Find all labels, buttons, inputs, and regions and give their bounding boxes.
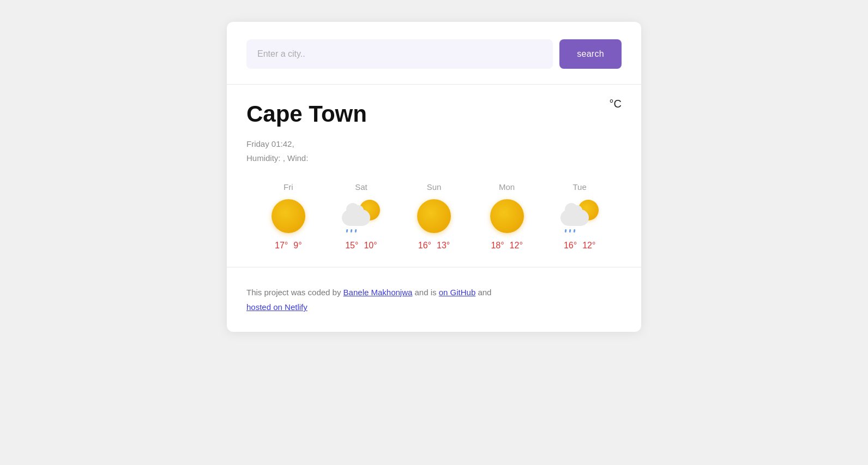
temp-low-mon: 12° [510, 241, 523, 251]
weather-icon-sat [342, 197, 380, 235]
rain-drops-tue [565, 229, 575, 233]
day-label-tue: Tue [573, 182, 587, 192]
day-label-mon: Mon [499, 182, 515, 192]
weather-icon-tue [560, 197, 599, 235]
temps-sat: 15° 10° [345, 241, 377, 251]
partly-cloudy-rain-icon-sat [342, 200, 380, 233]
forecast-day-sat: Sat 15° 10° [325, 182, 398, 251]
rain-drop [346, 229, 348, 233]
city-search-input[interactable] [246, 39, 553, 69]
forecast-grid: Fri 17° 9° Sat [246, 182, 622, 251]
temp-high-fri: 17° [275, 241, 288, 251]
temp-low-tue: 12° [582, 241, 595, 251]
cloud-tue [560, 210, 589, 226]
weather-meta: Friday 01:42, Humidity: , Wind: [246, 137, 622, 165]
temp-high-mon: 18° [491, 241, 504, 251]
rain-drop [565, 229, 567, 233]
search-button[interactable]: search [559, 39, 622, 69]
cloud-sat [342, 210, 370, 226]
forecast-day-sun: Sun 16° 13° [397, 182, 471, 251]
day-label-sun: Sun [427, 182, 442, 192]
temps-tue: 16° 12° [564, 241, 595, 251]
temp-high-tue: 16° [564, 241, 577, 251]
github-link[interactable]: on GitHub [439, 288, 476, 297]
temp-unit: °C [610, 98, 622, 110]
rain-drop [351, 229, 353, 233]
weather-section: °C Cape Town Friday 01:42, Humidity: , W… [227, 85, 641, 267]
temp-low-sun: 13° [437, 241, 450, 251]
rain-drop [574, 229, 576, 233]
footer-text-middle: and is [412, 288, 438, 297]
humidity-wind: Humidity: , Wind: [246, 153, 308, 163]
day-label-fri: Fri [284, 182, 293, 192]
forecast-day-tue: Tue 16° 12° [543, 182, 616, 251]
search-section: search [227, 22, 641, 85]
netlify-link[interactable]: hosted on Netlify [246, 302, 308, 312]
temp-high-sat: 15° [345, 241, 358, 251]
temps-fri: 17° 9° [275, 241, 302, 251]
weather-icon-fri [269, 197, 308, 235]
temp-low-fri: 9° [293, 241, 302, 251]
temp-low-sat: 10° [364, 241, 377, 251]
forecast-day-fri: Fri 17° 9° [252, 182, 325, 251]
weather-card: search °C Cape Town Friday 01:42, Humidi… [227, 22, 641, 332]
weather-icon-sun [415, 197, 453, 235]
sun-icon-mon [490, 199, 524, 233]
sun-icon-fri [272, 199, 305, 233]
footer-text-after: and [475, 288, 491, 297]
temp-high-sun: 16° [418, 241, 431, 251]
date-time: Friday 01:42, [246, 139, 294, 148]
weather-icon-mon [488, 197, 526, 235]
rain-drop [569, 229, 571, 233]
day-label-sat: Sat [355, 182, 367, 192]
partly-cloudy-rain-icon-tue [560, 200, 599, 233]
author-link[interactable]: Banele Makhonjwa [343, 288, 413, 297]
footer-section: This project was coded by Banele Makhonj… [227, 267, 641, 332]
footer-text-before: This project was coded by [246, 288, 343, 297]
temps-sun: 16° 13° [418, 241, 450, 251]
temps-mon: 18° 12° [491, 241, 522, 251]
rain-drop [355, 229, 357, 233]
sun-icon-sun [417, 199, 451, 233]
forecast-day-mon: Mon 18° 12° [471, 182, 544, 251]
city-name: Cape Town [246, 101, 622, 127]
rain-drops-sat [346, 229, 357, 233]
